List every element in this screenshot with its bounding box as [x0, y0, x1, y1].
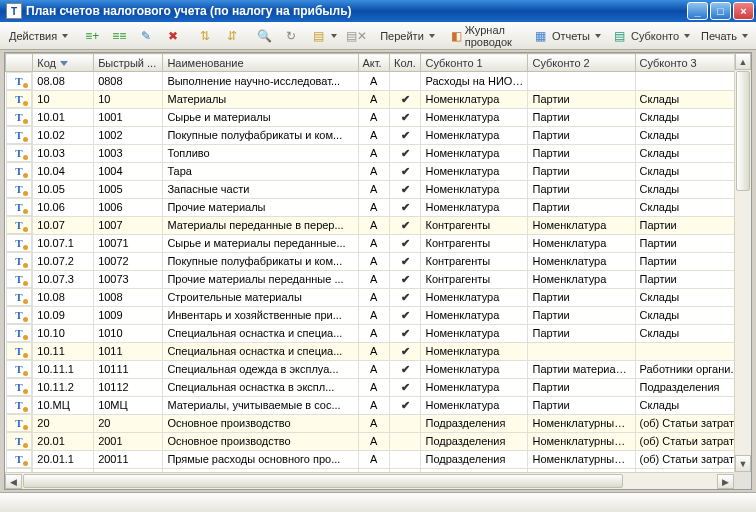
- edit-button[interactable]: ✎: [133, 25, 159, 47]
- checkmark-icon: ✔: [401, 345, 410, 357]
- cell-sub2: Партии материал...: [528, 360, 635, 378]
- journal-button[interactable]: ◧ Журнал проводок: [446, 25, 522, 47]
- print-menu[interactable]: Печать: [696, 25, 753, 47]
- cell-kol: ✔: [390, 342, 421, 360]
- cell-sub2: Партии: [528, 306, 635, 324]
- cell-sub1: Номенклатура: [421, 288, 528, 306]
- hierarchy2-icon: ⇵: [224, 28, 240, 44]
- checkmark-icon: ✔: [401, 93, 410, 105]
- accounts-table[interactable]: Код Быстрый ... Наименование Акт. Кол. С…: [5, 53, 751, 490]
- col-fast[interactable]: Быстрый ...: [94, 54, 163, 72]
- cell-code: 10.11.1: [33, 360, 94, 378]
- col-code[interactable]: Код: [33, 54, 94, 72]
- print-label: Печать: [701, 30, 737, 42]
- maximize-button[interactable]: □: [710, 2, 731, 20]
- scroll-thumb-v[interactable]: [736, 71, 750, 191]
- table-row[interactable]: T10.071007Материалы переданные в перер..…: [6, 216, 751, 234]
- reports-menu[interactable]: ▦ Отчеты: [528, 25, 606, 47]
- actions-menu[interactable]: Действия: [4, 25, 73, 47]
- add-button[interactable]: ≡+: [79, 25, 105, 47]
- cell-name: Материалы: [163, 90, 358, 108]
- find-button[interactable]: 🔍: [251, 25, 277, 47]
- cell-code: 10.11.2: [33, 378, 94, 396]
- col-act[interactable]: Акт.: [358, 54, 389, 72]
- checkmark-icon: ✔: [401, 201, 410, 213]
- checkmark-icon: ✔: [401, 273, 410, 285]
- table-row[interactable]: T10.07.210072Покупные полуфабрикаты и ко…: [6, 252, 751, 270]
- table-row[interactable]: T10.041004ТараА✔НоменклатураПартииСклады: [6, 162, 751, 180]
- scroll-thumb-h[interactable]: [23, 474, 623, 488]
- col-icon[interactable]: [6, 54, 33, 72]
- hierarchy-button[interactable]: ⇅: [192, 25, 218, 47]
- scroll-right-button[interactable]: ▶: [717, 474, 734, 489]
- table-row[interactable]: T10.07.110071Сырье и материалы переданны…: [6, 234, 751, 252]
- cell-fast: 1002: [94, 126, 163, 144]
- table-row[interactable]: T10.101010Специальная оснастка и специа.…: [6, 324, 751, 342]
- horizontal-scrollbar[interactable]: ◀ ▶: [5, 472, 734, 489]
- checkmark-icon: ✔: [401, 363, 410, 375]
- cell-fast: 0808: [94, 72, 163, 91]
- col-kol[interactable]: Кол.: [390, 54, 421, 72]
- delete-button[interactable]: ✖: [160, 25, 186, 47]
- table-row[interactable]: T10.021002Покупные полуфабрикаты и ком..…: [6, 126, 751, 144]
- grid-container: Код Быстрый ... Наименование Акт. Кол. С…: [4, 52, 752, 490]
- col-sub1[interactable]: Субконто 1: [421, 54, 528, 72]
- goto-menu[interactable]: Перейти: [375, 25, 440, 47]
- table-row[interactable]: T20.012001Основное производствоАПодразде…: [6, 432, 751, 450]
- table-row[interactable]: T10.091009Инвентарь и хозяйственные при.…: [6, 306, 751, 324]
- filter-button[interactable]: ▤: [305, 25, 342, 47]
- account-icon: T: [15, 417, 22, 429]
- row-icon-cell: T: [6, 252, 33, 270]
- account-icon: T: [15, 93, 22, 105]
- table-row[interactable]: T10.081008Строительные материалыА✔Номенк…: [6, 288, 751, 306]
- hierarchy2-button[interactable]: ⇵: [219, 25, 245, 47]
- row-icon-cell: T: [6, 432, 33, 450]
- table-row[interactable]: T08.080808Выполнение научно-исследоват..…: [6, 72, 751, 91]
- checkmark-icon: ✔: [401, 129, 410, 141]
- cell-act: А: [358, 216, 389, 234]
- table-row[interactable]: T10.031003ТопливоА✔НоменклатураПартииСкл…: [6, 144, 751, 162]
- close-button[interactable]: ×: [733, 2, 754, 20]
- cell-kol: ✔: [390, 144, 421, 162]
- vertical-scrollbar[interactable]: ▲ ▼: [734, 53, 751, 472]
- add-copy-button[interactable]: ≡≡: [106, 25, 132, 47]
- refresh-button[interactable]: ↻: [278, 25, 304, 47]
- table-row[interactable]: T1010МатериалыА✔НоменклатураПартииСклады: [6, 90, 751, 108]
- scroll-up-button[interactable]: ▲: [735, 53, 751, 70]
- account-icon: T: [15, 399, 22, 411]
- account-icon: T: [15, 183, 22, 195]
- subkonto-menu[interactable]: ▤ Субконто: [607, 25, 695, 47]
- cell-code: 10: [33, 90, 94, 108]
- minimize-button[interactable]: _: [687, 2, 708, 20]
- table-row[interactable]: T10.11.110111Специальная одежда в эксплу…: [6, 360, 751, 378]
- table-row[interactable]: T20.01.120011Прямые расходы основного пр…: [6, 450, 751, 468]
- cell-act: А: [358, 144, 389, 162]
- cell-sub2: Номенклатура: [528, 270, 635, 288]
- window-title: План счетов налогового учета (по налогу …: [26, 4, 687, 18]
- clear-filter-button[interactable]: ▤✕: [343, 25, 369, 47]
- table-row[interactable]: T10.111011Специальная оснастка и специа.…: [6, 342, 751, 360]
- cell-kol: ✔: [390, 108, 421, 126]
- cell-name: Основное производство: [163, 414, 358, 432]
- table-row[interactable]: T10.061006Прочие материалыА✔Номенклатура…: [6, 198, 751, 216]
- cell-kol: ✔: [390, 288, 421, 306]
- cell-sub1: Номенклатура: [421, 108, 528, 126]
- cell-fast: 10: [94, 90, 163, 108]
- table-row[interactable]: T10.011001Сырье и материалыА✔Номенклатур…: [6, 108, 751, 126]
- col-name[interactable]: Наименование: [163, 54, 358, 72]
- checkmark-icon: ✔: [401, 183, 410, 195]
- account-icon: T: [15, 309, 22, 321]
- table-row[interactable]: T10.11.210112Специальная оснастка в эксп…: [6, 378, 751, 396]
- scroll-down-button[interactable]: ▼: [735, 455, 751, 472]
- col-sub2[interactable]: Субконто 2: [528, 54, 635, 72]
- table-row[interactable]: T10.07.310073Прочие материалы переданные…: [6, 270, 751, 288]
- account-icon: T: [15, 201, 22, 213]
- table-row[interactable]: T2020Основное производствоАПодразделения…: [6, 414, 751, 432]
- cell-act: А: [358, 126, 389, 144]
- table-row[interactable]: T10.МЦ10МЦМатериалы, учитываемые в сос..…: [6, 396, 751, 414]
- account-icon: T: [15, 345, 22, 357]
- table-row[interactable]: T10.051005Запасные частиА✔НоменклатураПа…: [6, 180, 751, 198]
- filter-icon: ▤: [310, 28, 326, 44]
- cell-code: 10.02: [33, 126, 94, 144]
- scroll-left-button[interactable]: ◀: [5, 474, 22, 489]
